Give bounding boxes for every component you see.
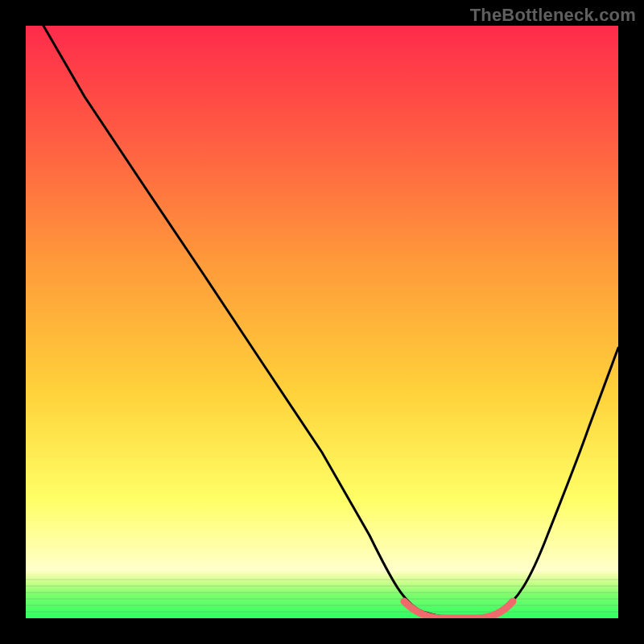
gradient-plot-area (26, 26, 618, 618)
chart-frame (26, 26, 618, 618)
bottleneck-chart (26, 26, 618, 618)
watermark-text: TheBottleneck.com (470, 5, 636, 26)
